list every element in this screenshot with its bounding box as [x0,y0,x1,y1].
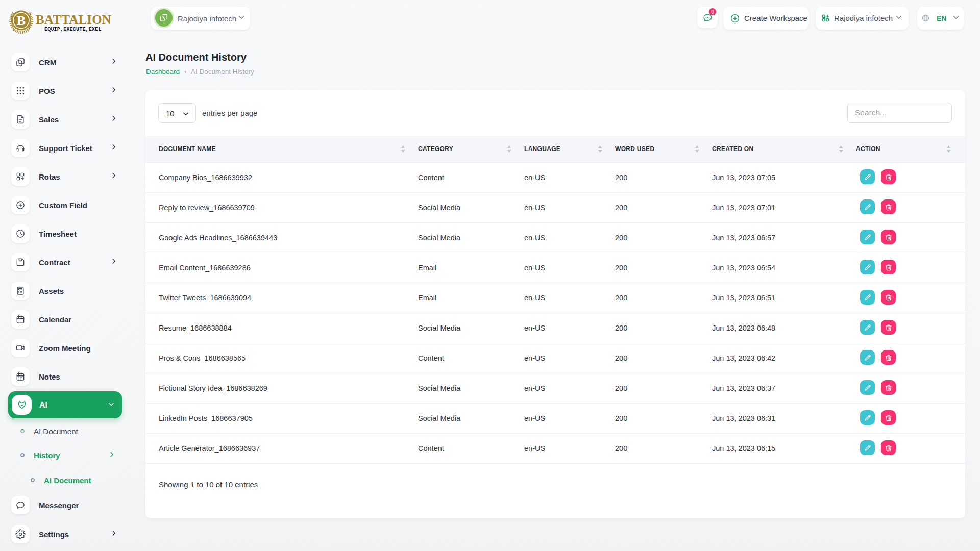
svg-text:BATTALION: BATTALION [36,13,111,27]
svg-text:B: B [17,13,26,28]
svg-text:EQUIP,EXECUTE,EXEL: EQUIP,EXECUTE,EXEL [44,27,102,32]
